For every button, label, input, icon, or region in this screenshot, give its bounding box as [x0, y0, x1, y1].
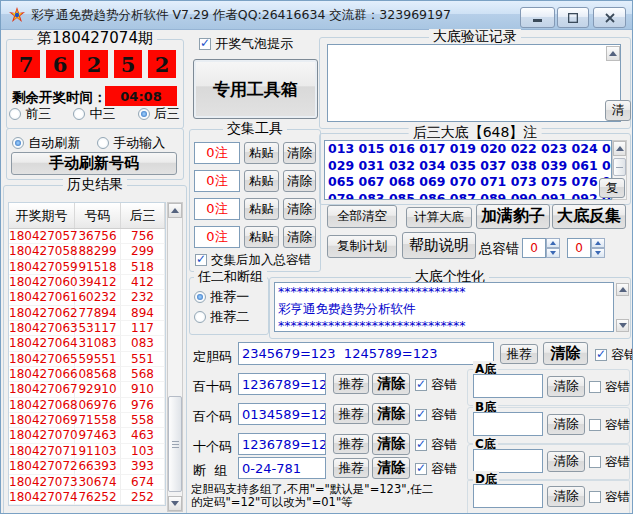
help-button[interactable]: 帮助说明 [402, 232, 476, 259]
row-duanzu-clear[interactable]: 清除 [372, 457, 410, 479]
row-duanzu-tolerance[interactable]: 容错 [415, 460, 457, 478]
dingdan-recommend-button[interactable]: 推荐 [500, 344, 538, 364]
row-baige-recommend[interactable]: 推荐 [333, 404, 369, 424]
table-row[interactable]: 18042707191103103 [9, 444, 165, 459]
table-row[interactable]: 18042705991518518 [9, 260, 165, 275]
row-baishi-recommend[interactable]: 推荐 [333, 374, 369, 394]
base-d-tolerance[interactable]: 容错 [589, 489, 630, 506]
manual-refresh-button[interactable]: 手动刷新号码 [11, 152, 177, 175]
row-shige-recommend[interactable]: 推荐 [333, 434, 369, 454]
spin-up-button[interactable] [591, 238, 605, 248]
row-baige-clear[interactable]: 清除 [372, 403, 410, 425]
table-row[interactable]: 18042707097463463 [9, 428, 165, 443]
table-row[interactable]: 18042705736756756 [9, 229, 165, 244]
base-d-clear[interactable]: 清除 [547, 486, 585, 507]
clear-button-3[interactable]: 清除 [283, 198, 316, 220]
row-duanzu-input[interactable]: 0-24-781 [238, 457, 326, 479]
table-row[interactable]: 18042707266393393 [9, 459, 165, 474]
radio-qiansan[interactable]: 前三 [9, 106, 51, 121]
calc-dadi-button[interactable]: 计算大底 [406, 207, 472, 228]
scroll-thumb[interactable] [168, 396, 182, 492]
intersect-count-4[interactable]: 0注 [194, 226, 240, 248]
table-row[interactable]: 18042706160232232 [9, 290, 165, 305]
table-row[interactable]: 18042705888299299 [9, 244, 165, 259]
table-row[interactable]: 18042706792910910 [9, 382, 165, 397]
row-baishi-input[interactable]: 1236789=12 [238, 373, 326, 395]
scroll-up-button[interactable] [168, 203, 182, 218]
invert-dadi-button[interactable]: 大底反集 [552, 204, 626, 229]
minimize-button[interactable] [520, 7, 555, 28]
history-scrollbar[interactable] [167, 202, 183, 512]
intersect-tolerance-checkbox[interactable]: 交集后加入总容错 [195, 252, 311, 269]
close-button[interactable] [593, 7, 626, 28]
paste-button-4[interactable]: 粘贴 [244, 226, 279, 248]
tolerance-value-2[interactable]: 0 [567, 238, 591, 258]
spin-down-button[interactable] [591, 248, 605, 258]
table-row[interactable]: 18042706608568568 [9, 367, 165, 382]
table-row[interactable]: 18042706806976976 [9, 398, 165, 413]
row-baige-input[interactable]: 0134589=12 [238, 403, 326, 425]
intersect-count-3[interactable]: 0注 [194, 198, 240, 220]
radio-auto-refresh[interactable]: 自动刷新 [12, 134, 80, 152]
table-row[interactable]: 18042707476252252 [9, 490, 165, 505]
radio-recommend-2[interactable]: 推荐二 [194, 308, 249, 326]
intersect-count-2[interactable]: 0注 [194, 170, 240, 192]
row-duanzu-recommend[interactable]: 推荐 [333, 458, 369, 478]
col-last3[interactable]: 后三 [121, 203, 165, 228]
base-d-input[interactable] [473, 484, 543, 508]
base-b-clear[interactable]: 清除 [547, 414, 585, 435]
title-bar[interactable]: 彩亨通免费趋势分析软件 V7.29 作者QQ:26416634 交流群：3239… [1, 1, 632, 30]
row-shige-input[interactable]: 1236789=12 [238, 433, 326, 455]
copy-plan-button[interactable]: 复制计划 [327, 235, 397, 258]
clear-button-2[interactable]: 清除 [283, 170, 316, 192]
clear-button-4[interactable]: 清除 [283, 226, 316, 248]
radio-zhongsan[interactable]: 中三 [73, 106, 115, 121]
fill-triples-button[interactable]: 加满豹子 [476, 204, 550, 229]
radio-manual-input[interactable]: 手动输入 [97, 134, 165, 152]
dadi-copy-button[interactable]: 复 [599, 178, 625, 198]
maximize-button[interactable] [557, 7, 589, 28]
table-row[interactable]: 18042707330674674 [9, 475, 165, 490]
spin-up-button[interactable] [546, 238, 560, 248]
row-baige-tolerance[interactable]: 容错 [415, 406, 457, 424]
dingdan-tolerance-checkbox[interactable]: 容错 [595, 346, 633, 364]
scroll-down-button[interactable] [168, 496, 182, 511]
paste-button-1[interactable]: 粘贴 [244, 142, 279, 164]
personalize-textarea[interactable]: ****************************** 彩亨通免费趋势分析… [274, 282, 614, 332]
base-a-clear[interactable]: 清除 [547, 376, 585, 397]
clear-all-button[interactable]: 全部清空 [327, 205, 397, 228]
verify-clear-button[interactable]: 清 [605, 100, 631, 121]
radio-recommend-1[interactable]: 推荐一 [194, 288, 249, 306]
personalize-scroll-up[interactable] [616, 283, 629, 296]
verify-scroll-up[interactable] [606, 46, 620, 61]
scroll-up-button[interactable] [613, 141, 626, 156]
base-a-input[interactable] [473, 374, 543, 398]
dingdan-input[interactable]: 2345679=123 1245789=123 [238, 342, 494, 365]
table-row[interactable]: 18042706971558558 [9, 413, 165, 428]
base-c-tolerance[interactable]: 容错 [589, 454, 630, 471]
bubble-checkbox[interactable]: 开奖气泡提示 [199, 35, 293, 53]
dingdan-clear-button[interactable]: 清除 [543, 342, 588, 365]
toolbox-button[interactable]: 专用工具箱 [193, 59, 318, 119]
tolerance-spinner-1[interactable] [546, 238, 560, 258]
table-row[interactable]: 18042706039412412 [9, 275, 165, 290]
tolerance-spinner-2[interactable] [591, 238, 605, 258]
dadi-textarea[interactable]: 013 015 016 017 019 020 022 023 024 025 … [324, 140, 612, 200]
row-shige-clear[interactable]: 清除 [372, 433, 410, 455]
base-a-tolerance[interactable]: 容错 [589, 379, 630, 396]
base-b-tolerance[interactable]: 容错 [589, 417, 630, 434]
table-row[interactable]: 18042706353117117 [9, 321, 165, 336]
spin-down-button[interactable] [546, 248, 560, 258]
table-row[interactable]: 18042706431083083 [9, 336, 165, 351]
col-number[interactable]: 号码 [75, 203, 121, 228]
paste-button-3[interactable]: 粘贴 [244, 198, 279, 220]
row-baishi-clear[interactable]: 清除 [372, 373, 410, 395]
table-row[interactable]: 18042706559551551 [9, 352, 165, 367]
personalize-scroll-down[interactable] [616, 319, 629, 332]
scroll-thumb[interactable] [613, 158, 626, 176]
tolerance-value-1[interactable]: 0 [522, 238, 546, 258]
verify-textarea[interactable] [327, 44, 621, 122]
table-row[interactable]: 18042706277894894 [9, 306, 165, 321]
base-c-input[interactable] [473, 449, 543, 473]
intersect-count-1[interactable]: 0注 [194, 142, 240, 164]
